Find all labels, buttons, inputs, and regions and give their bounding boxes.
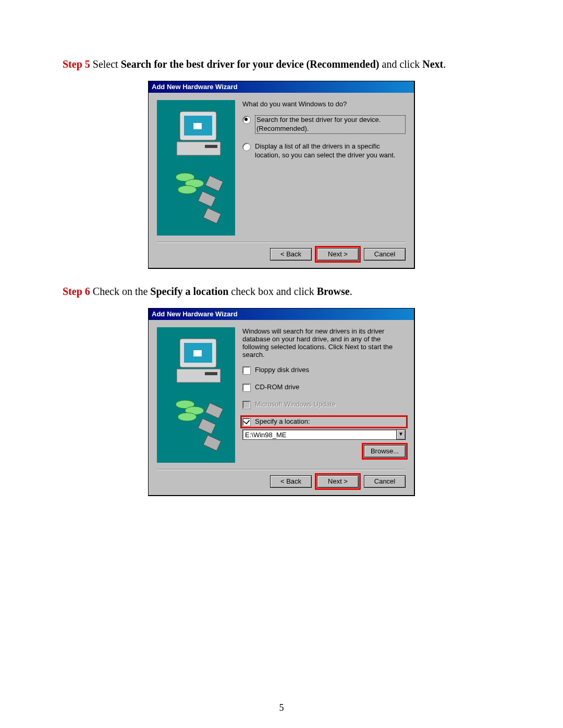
back-button[interactable]: < Back <box>270 475 312 488</box>
location-row: ▼ <box>242 429 406 440</box>
browse-button[interactable]: Browse... <box>364 445 406 458</box>
svg-point-20 <box>178 413 197 421</box>
checkbox-location-label: Specify a location: <box>255 417 310 426</box>
next-button[interactable]: Next > <box>317 248 359 261</box>
checkbox-icon <box>242 401 251 409</box>
svg-rect-15 <box>193 350 202 356</box>
location-input[interactable] <box>242 429 397 440</box>
checkbox-icon <box>242 366 251 375</box>
wizard-illustration <box>157 327 235 463</box>
radio-search-label: Search for the best driver for your devi… <box>255 115 406 134</box>
svg-rect-17 <box>205 372 217 375</box>
hardware-wizard-dialog-1: Add New Hardware Wizard <box>148 81 415 269</box>
step5-instruction: Step 5 Select Search for the best driver… <box>63 57 500 71</box>
wizard-illustration <box>157 100 235 236</box>
dialog2-titlebar: Add New Hardware Wizard <box>149 309 414 320</box>
dialog2-prompt: Windows will search for new drivers in i… <box>242 327 406 359</box>
checkbox-icon <box>242 384 251 392</box>
svg-rect-16 <box>177 369 221 382</box>
svg-rect-3 <box>193 123 202 129</box>
radio-search-best-driver[interactable]: Search for the best driver for your devi… <box>242 115 406 134</box>
checkbox-wu-label: Microsoft Windows Update <box>255 400 336 409</box>
checkbox-windows-update: Microsoft Windows Update <box>242 400 406 409</box>
checkbox-specify-location[interactable]: Specify a location: <box>242 417 406 426</box>
step5-label: Step 5 <box>63 58 90 70</box>
step6-instruction: Step 6 Check on the Specify a location c… <box>63 285 500 299</box>
cancel-button[interactable]: Cancel <box>364 475 406 488</box>
back-button[interactable]: < Back <box>270 248 312 261</box>
checkbox-cdrom[interactable]: CD-ROM drive <box>242 383 406 392</box>
dialog1-prompt: What do you want Windows to do? <box>242 100 406 108</box>
checkbox-floppy[interactable]: Floppy disk drives <box>242 366 406 375</box>
dialog1-titlebar: Add New Hardware Wizard <box>149 81 414 93</box>
page-number: 5 <box>0 702 563 713</box>
radio-display-list[interactable]: Display a list of all the drivers in a s… <box>242 142 406 160</box>
hardware-wizard-dialog-2: Add New Hardware Wizard <box>148 308 415 496</box>
checkbox-floppy-label: Floppy disk drives <box>255 366 309 375</box>
checkbox-icon <box>242 418 251 426</box>
dialog-separator <box>157 469 406 470</box>
step6-label: Step 6 <box>63 286 90 297</box>
svg-rect-4 <box>177 142 221 155</box>
svg-rect-5 <box>205 145 217 148</box>
radio-icon <box>242 143 251 151</box>
next-button[interactable]: Next > <box>317 475 359 488</box>
radio-display-label: Display a list of all the drivers in a s… <box>255 142 406 160</box>
checkbox-cdrom-label: CD-ROM drive <box>255 383 299 392</box>
location-dropdown-button[interactable]: ▼ <box>396 429 406 440</box>
svg-point-8 <box>178 186 197 194</box>
radio-icon <box>242 116 251 124</box>
dialog-separator <box>157 242 406 243</box>
cancel-button[interactable]: Cancel <box>364 248 406 261</box>
